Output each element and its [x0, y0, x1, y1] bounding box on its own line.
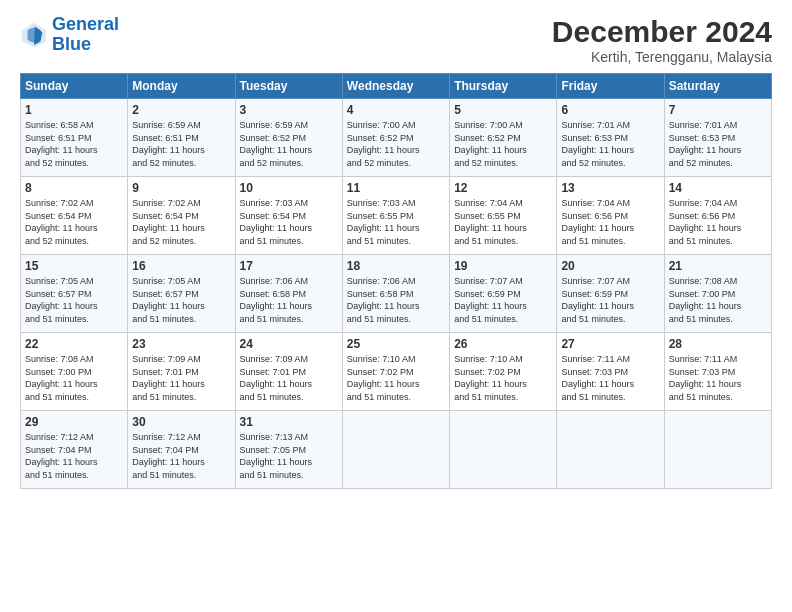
- location-subtitle: Kertih, Terengganu, Malaysia: [552, 49, 772, 65]
- day-cell: 17Sunrise: 7:06 AM Sunset: 6:58 PM Dayli…: [235, 255, 342, 333]
- day-info: Sunrise: 7:02 AM Sunset: 6:54 PM Dayligh…: [132, 197, 230, 247]
- day-number: 8: [25, 181, 123, 195]
- day-number: 4: [347, 103, 445, 117]
- day-cell: 5Sunrise: 7:00 AM Sunset: 6:52 PM Daylig…: [450, 99, 557, 177]
- day-info: Sunrise: 7:02 AM Sunset: 6:54 PM Dayligh…: [25, 197, 123, 247]
- day-cell: 10Sunrise: 7:03 AM Sunset: 6:54 PM Dayli…: [235, 177, 342, 255]
- day-info: Sunrise: 7:08 AM Sunset: 7:00 PM Dayligh…: [25, 353, 123, 403]
- day-cell: 4Sunrise: 7:00 AM Sunset: 6:52 PM Daylig…: [342, 99, 449, 177]
- title-block: December 2024 Kertih, Terengganu, Malays…: [552, 15, 772, 65]
- day-cell: 20Sunrise: 7:07 AM Sunset: 6:59 PM Dayli…: [557, 255, 664, 333]
- day-cell: 18Sunrise: 7:06 AM Sunset: 6:58 PM Dayli…: [342, 255, 449, 333]
- calendar-table: SundayMondayTuesdayWednesdayThursdayFrid…: [20, 73, 772, 489]
- day-cell: 6Sunrise: 7:01 AM Sunset: 6:53 PM Daylig…: [557, 99, 664, 177]
- day-cell: [664, 411, 771, 489]
- day-info: Sunrise: 7:12 AM Sunset: 7:04 PM Dayligh…: [25, 431, 123, 481]
- day-number: 25: [347, 337, 445, 351]
- day-number: 21: [669, 259, 767, 273]
- day-cell: 25Sunrise: 7:10 AM Sunset: 7:02 PM Dayli…: [342, 333, 449, 411]
- col-header-monday: Monday: [128, 74, 235, 99]
- day-cell: 2Sunrise: 6:59 AM Sunset: 6:51 PM Daylig…: [128, 99, 235, 177]
- col-header-wednesday: Wednesday: [342, 74, 449, 99]
- logo-line2: Blue: [52, 34, 91, 54]
- day-cell: 16Sunrise: 7:05 AM Sunset: 6:57 PM Dayli…: [128, 255, 235, 333]
- day-number: 27: [561, 337, 659, 351]
- day-number: 6: [561, 103, 659, 117]
- day-cell: 31Sunrise: 7:13 AM Sunset: 7:05 PM Dayli…: [235, 411, 342, 489]
- day-info: Sunrise: 7:00 AM Sunset: 6:52 PM Dayligh…: [347, 119, 445, 169]
- day-number: 18: [347, 259, 445, 273]
- day-number: 20: [561, 259, 659, 273]
- day-number: 14: [669, 181, 767, 195]
- day-cell: 24Sunrise: 7:09 AM Sunset: 7:01 PM Dayli…: [235, 333, 342, 411]
- day-info: Sunrise: 7:04 AM Sunset: 6:55 PM Dayligh…: [454, 197, 552, 247]
- day-cell: 29Sunrise: 7:12 AM Sunset: 7:04 PM Dayli…: [21, 411, 128, 489]
- header: General Blue December 2024 Kertih, Teren…: [20, 15, 772, 65]
- day-number: 22: [25, 337, 123, 351]
- logo-icon: [20, 21, 48, 49]
- day-info: Sunrise: 7:07 AM Sunset: 6:59 PM Dayligh…: [561, 275, 659, 325]
- logo-line1: General: [52, 14, 119, 34]
- day-info: Sunrise: 7:04 AM Sunset: 6:56 PM Dayligh…: [561, 197, 659, 247]
- day-cell: 27Sunrise: 7:11 AM Sunset: 7:03 PM Dayli…: [557, 333, 664, 411]
- day-number: 28: [669, 337, 767, 351]
- day-number: 5: [454, 103, 552, 117]
- week-row-1: 1Sunrise: 6:58 AM Sunset: 6:51 PM Daylig…: [21, 99, 772, 177]
- day-info: Sunrise: 7:06 AM Sunset: 6:58 PM Dayligh…: [347, 275, 445, 325]
- day-cell: 7Sunrise: 7:01 AM Sunset: 6:53 PM Daylig…: [664, 99, 771, 177]
- day-cell: [450, 411, 557, 489]
- day-info: Sunrise: 7:11 AM Sunset: 7:03 PM Dayligh…: [669, 353, 767, 403]
- header-row: SundayMondayTuesdayWednesdayThursdayFrid…: [21, 74, 772, 99]
- day-info: Sunrise: 6:58 AM Sunset: 6:51 PM Dayligh…: [25, 119, 123, 169]
- day-cell: 1Sunrise: 6:58 AM Sunset: 6:51 PM Daylig…: [21, 99, 128, 177]
- col-header-friday: Friday: [557, 74, 664, 99]
- week-row-4: 22Sunrise: 7:08 AM Sunset: 7:00 PM Dayli…: [21, 333, 772, 411]
- day-number: 17: [240, 259, 338, 273]
- day-cell: [342, 411, 449, 489]
- day-info: Sunrise: 6:59 AM Sunset: 6:52 PM Dayligh…: [240, 119, 338, 169]
- day-info: Sunrise: 7:09 AM Sunset: 7:01 PM Dayligh…: [240, 353, 338, 403]
- day-info: Sunrise: 7:10 AM Sunset: 7:02 PM Dayligh…: [454, 353, 552, 403]
- day-number: 23: [132, 337, 230, 351]
- day-info: Sunrise: 7:05 AM Sunset: 6:57 PM Dayligh…: [132, 275, 230, 325]
- day-number: 11: [347, 181, 445, 195]
- day-info: Sunrise: 7:00 AM Sunset: 6:52 PM Dayligh…: [454, 119, 552, 169]
- day-cell: 28Sunrise: 7:11 AM Sunset: 7:03 PM Dayli…: [664, 333, 771, 411]
- day-number: 12: [454, 181, 552, 195]
- day-info: Sunrise: 7:09 AM Sunset: 7:01 PM Dayligh…: [132, 353, 230, 403]
- day-cell: 21Sunrise: 7:08 AM Sunset: 7:00 PM Dayli…: [664, 255, 771, 333]
- day-cell: 30Sunrise: 7:12 AM Sunset: 7:04 PM Dayli…: [128, 411, 235, 489]
- day-cell: 23Sunrise: 7:09 AM Sunset: 7:01 PM Dayli…: [128, 333, 235, 411]
- day-cell: 14Sunrise: 7:04 AM Sunset: 6:56 PM Dayli…: [664, 177, 771, 255]
- page: General Blue December 2024 Kertih, Teren…: [0, 0, 792, 612]
- day-info: Sunrise: 7:10 AM Sunset: 7:02 PM Dayligh…: [347, 353, 445, 403]
- day-number: 1: [25, 103, 123, 117]
- day-info: Sunrise: 7:03 AM Sunset: 6:55 PM Dayligh…: [347, 197, 445, 247]
- day-info: Sunrise: 7:08 AM Sunset: 7:00 PM Dayligh…: [669, 275, 767, 325]
- day-cell: 9Sunrise: 7:02 AM Sunset: 6:54 PM Daylig…: [128, 177, 235, 255]
- day-info: Sunrise: 7:11 AM Sunset: 7:03 PM Dayligh…: [561, 353, 659, 403]
- week-row-3: 15Sunrise: 7:05 AM Sunset: 6:57 PM Dayli…: [21, 255, 772, 333]
- day-cell: 19Sunrise: 7:07 AM Sunset: 6:59 PM Dayli…: [450, 255, 557, 333]
- logo-text: General Blue: [52, 15, 119, 55]
- day-info: Sunrise: 7:13 AM Sunset: 7:05 PM Dayligh…: [240, 431, 338, 481]
- day-number: 24: [240, 337, 338, 351]
- col-header-sunday: Sunday: [21, 74, 128, 99]
- col-header-saturday: Saturday: [664, 74, 771, 99]
- day-number: 31: [240, 415, 338, 429]
- col-header-tuesday: Tuesday: [235, 74, 342, 99]
- day-cell: 11Sunrise: 7:03 AM Sunset: 6:55 PM Dayli…: [342, 177, 449, 255]
- day-cell: 15Sunrise: 7:05 AM Sunset: 6:57 PM Dayli…: [21, 255, 128, 333]
- day-number: 3: [240, 103, 338, 117]
- day-cell: 3Sunrise: 6:59 AM Sunset: 6:52 PM Daylig…: [235, 99, 342, 177]
- day-cell: 26Sunrise: 7:10 AM Sunset: 7:02 PM Dayli…: [450, 333, 557, 411]
- logo: General Blue: [20, 15, 119, 55]
- day-info: Sunrise: 7:06 AM Sunset: 6:58 PM Dayligh…: [240, 275, 338, 325]
- day-number: 10: [240, 181, 338, 195]
- day-info: Sunrise: 7:12 AM Sunset: 7:04 PM Dayligh…: [132, 431, 230, 481]
- day-number: 29: [25, 415, 123, 429]
- day-number: 13: [561, 181, 659, 195]
- day-cell: [557, 411, 664, 489]
- week-row-2: 8Sunrise: 7:02 AM Sunset: 6:54 PM Daylig…: [21, 177, 772, 255]
- day-number: 15: [25, 259, 123, 273]
